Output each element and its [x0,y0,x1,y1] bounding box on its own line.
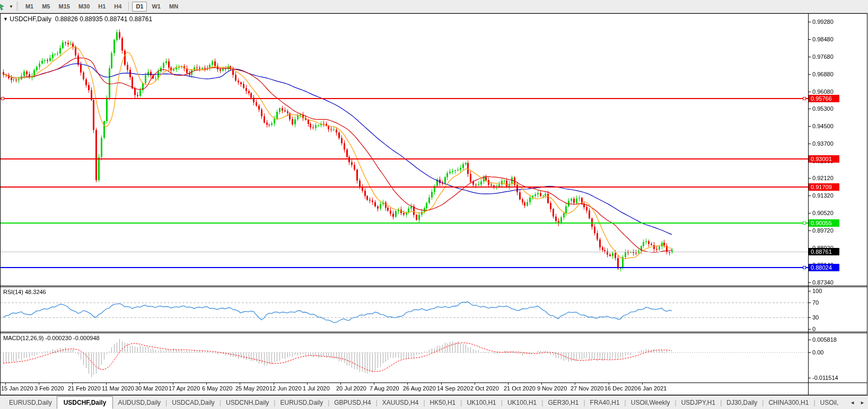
chevron-down-icon[interactable]: ▼ [9,4,13,9]
toolbar-separator [128,2,129,11]
timeframe-button-w1[interactable]: W1 [148,2,164,12]
tab-scroll-arrows: ◄► [847,400,868,405]
timeframe-button-h1[interactable]: H1 [94,2,109,12]
chart-tab-dj30-daily[interactable]: DJ30,Daily [722,397,762,408]
chart-tab-uk100-h1[interactable]: UK100,H1 [503,397,541,408]
toolbar-grip[interactable] [16,2,18,11]
chart-tab-uk100-h1[interactable]: UK100,H1 [462,397,501,408]
chart-tab-usoil-weekly[interactable]: USOil,Weekly [626,397,675,408]
timeframe-button-m30[interactable]: M30 [75,2,93,12]
chart-tab-usdchf-daily[interactable]: USDCHF,Daily [57,396,113,409]
chart-tab-bar: EURUSD,DailyUSDCHF,DailyAUDUSD,Daily|USD… [0,395,868,409]
timeframe-button-m15[interactable]: M15 [55,2,73,12]
scroll-right-icon[interactable]: ► [860,400,865,405]
chart-tools-icon[interactable] [0,2,8,11]
chart-canvas[interactable] [0,0,868,409]
chart-tab-eurusd-daily[interactable]: EURUSD,Daily [275,397,328,408]
chart-symbol-label: USDCHF,Daily [10,15,51,23]
trading-terminal: { "toolbar": { "timeframe_groups": [["M1… [0,0,868,409]
timeframe-button-mn[interactable]: MN [165,2,182,12]
chart-tab-eurusd-daily[interactable]: EURUSD,Daily [4,397,57,408]
chart-tab-hk50-h1[interactable]: HK50,H1 [425,397,461,408]
collapse-triangle-icon[interactable]: ▼ [3,16,8,22]
chart-tab-usdjpy-h1[interactable]: USDJPY,H1 [677,397,720,408]
chart-tab-usdcad-daily[interactable]: USDCAD,Daily [167,397,220,408]
timeframe-button-m1[interactable]: M1 [22,2,37,12]
timeframe-buttons: M1M5M15M30H1H4D1W1MN [21,2,182,12]
timeframe-button-m5[interactable]: M5 [38,2,54,12]
timeframe-toolbar: ▼ M1M5M15M30H1H4D1W1MN [0,0,868,13]
chart-tab-china300-h1[interactable]: CHINA300,H1 [764,397,813,408]
chart-tab-usdcnh-daily[interactable]: USDCNH,Daily [221,397,274,408]
timeframe-button-h4[interactable]: H4 [110,2,125,12]
chart-ohlc-values: 0.88826 0.88935 0.88741 0.88761 [55,15,153,23]
chart-title: ▼ USDCHF,Daily 0.88826 0.88935 0.88741 0… [3,15,152,23]
chart-tab-gbpusd-h4[interactable]: GBPUSD,H4 [329,397,375,408]
chart-tab-audusd-daily[interactable]: AUDUSD,Daily [113,397,165,408]
macd-indicator-label: MACD(12,26,9) -0.000230 -0.000948 [3,335,100,341]
chart-tab-ger30-h1[interactable]: GER30,H1 [543,397,583,408]
rsi-indicator-label: RSI(14) 48.3246 [3,289,46,295]
scroll-left-icon[interactable]: ◄ [850,400,855,405]
chart-tab-xauusd-h4[interactable]: XAUUSD,H4 [378,397,424,408]
chart-tab-fra40-h1[interactable]: FRA40,H1 [585,397,625,408]
chart-tab-usoil-[interactable]: USOil, [816,397,844,408]
timeframe-button-d1[interactable]: D1 [132,2,147,12]
